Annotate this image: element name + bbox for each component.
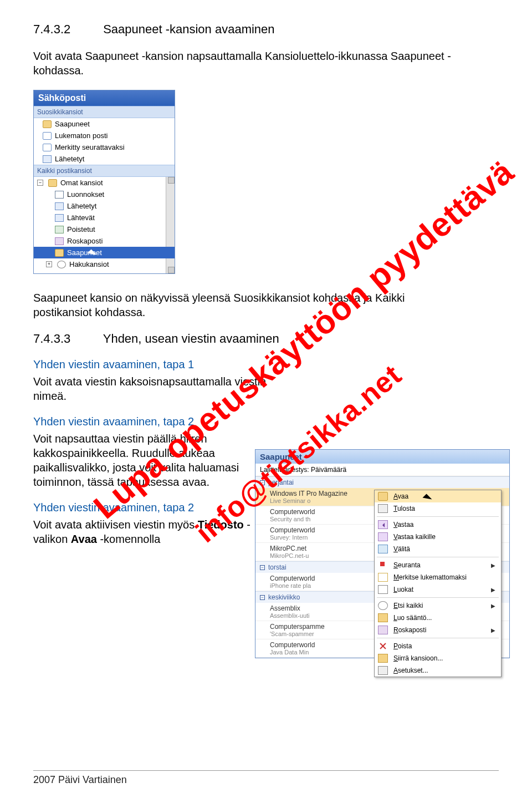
collapse-icon[interactable]: − [260,480,265,485]
outlook-folder-panel: Sähköposti Suosikkikansiot Saapuneet Luk… [33,90,175,274]
mi-junk-icon [378,626,388,634]
menu-item-label: Poista [393,642,412,650]
menu-item[interactable]: Asetukset... [375,664,501,677]
menu-item[interactable]: Vastaa kaikille [375,531,501,543]
date-group-label: perjantai [268,479,294,486]
sort-bar[interactable]: Lajittelujärjestys: Päivämäärä [255,464,509,476]
fav-item[interactable]: Lähetetyt [34,153,175,165]
sent-icon [43,155,52,163]
menu-item-label: Roskaposti [393,626,426,634]
collapse-icon[interactable]: − [260,565,265,570]
submenu-arrow-icon: ▶ [491,627,495,633]
menu-item[interactable]: Seuranta▶ [375,559,501,571]
tree-item-selected[interactable]: Saapuneet [34,247,175,258]
menu-item[interactable]: Tulosta [375,502,501,515]
outbox-icon [55,214,64,222]
menu-item-label: Luo sääntö... [393,614,432,622]
favorite-folders-header: Suosikkikansiot [34,106,175,118]
collapse-icon[interactable]: − [37,180,43,186]
mi-reply-icon [378,520,388,529]
mi-rule-icon [378,613,388,622]
menu-item[interactable]: Siirrä kansioon... [375,652,501,664]
submenu-arrow-icon: ▶ [491,587,495,593]
menu-item[interactable]: Vastaa [375,519,501,531]
expand-icon[interactable]: + [46,261,52,267]
submenu-arrow-icon: ▶ [491,603,495,609]
mi-del-icon [378,642,388,651]
mi-opts-icon [378,666,388,675]
page-footer: 2007 Päivi Vartiainen [33,770,499,786]
intro-paragraph: Voit avata Saapuneet -kansion napsauttam… [33,49,499,78]
submenu-arrow-icon: ▶ [491,562,495,568]
search-folder-icon [43,144,52,151]
mi-flag-icon [378,561,388,570]
context-menu: AvaaTulostaVastaaVastaa kaikilleVälitäSe… [374,490,502,677]
subheading: Yhden viestin avaaminen, tapa 2 [33,415,277,428]
mi-unread-icon [378,573,388,582]
section-heading-742: 7.4.3.2 Saapuneet -kansion avaaminen [33,22,499,37]
date-group-label: keskiviikko [268,593,300,601]
date-group-header[interactable]: −perjantai [255,476,509,488]
menu-item[interactable]: Poista [375,640,501,652]
menu-separator [377,638,499,638]
inbox-title: Saapuneet [255,450,509,464]
mi-open-icon [378,492,388,501]
menu-separator [377,597,499,598]
menu-item-label: Vastaa kaikille [393,533,436,541]
paragraph: Voit avata viestin kaksoisnapsauttamalla… [33,374,277,403]
fav-item[interactable]: Lukematon posti [34,130,175,141]
menu-item[interactable]: Etsi kaikki▶ [375,599,501,612]
menu-item[interactable]: Roskaposti▶ [375,624,501,636]
subheading: Yhden viestin avaaminen, tapa 2 [33,501,277,514]
tree-item[interactable]: Lähetetyt [34,200,175,212]
menu-item-label: Merkitse lukemattomaksi [393,573,467,581]
menu-item[interactable]: Merkitse lukemattomaksi [375,571,501,583]
mi-cat-icon [378,585,388,594]
menu-item[interactable]: Luo sääntö... [375,612,501,624]
menu-item-label: Etsi kaikki [393,602,423,609]
menu-item[interactable]: Avaa [375,490,501,502]
inbox-icon [55,249,64,257]
menu-item-label: Välitä [393,545,410,553]
section-number: 7.4.3.3 [33,332,100,346]
tree-item[interactable]: Lähtevät [34,212,175,223]
search-folders-icon [57,261,66,268]
folder-tree: −Omat kansiot Luonnokset Lähetetyt Lähte… [34,177,175,273]
collapse-icon[interactable]: − [260,595,265,600]
panel-title: Sähköposti [34,90,175,106]
favorite-folders-list: Saapuneet Lukematon posti Merkitty seura… [34,118,175,165]
tree-item[interactable]: +Hakukansiot [34,258,175,270]
menu-item-label: Luokat [393,586,413,593]
mi-move-icon [378,654,388,663]
mi-find-icon [378,601,388,610]
subheading: Yhden viestin avaaminen, tapa 1 [33,358,277,371]
mi-fwd-icon [378,545,388,553]
all-folders-header: Kaikki postikansiot [34,165,175,177]
sent-icon [55,202,64,210]
fav-item[interactable]: Saapuneet [34,118,175,130]
tree-item[interactable]: Roskaposti [34,235,175,247]
after-panel-paragraph: Saapuneet kansio on näkyvissä yleensä Su… [33,291,466,319]
date-group-label: torstai [268,563,287,571]
mi-print-icon [378,504,388,513]
trash-icon [55,226,64,233]
folder-icon [48,179,57,187]
sort-label: Lajittelujärjestys: Päivämäärä [260,466,346,474]
menu-item-label: Seuranta [393,561,421,569]
tree-item[interactable]: Poistetut [34,223,175,235]
section-title: Saapuneet -kansion avaaminen [103,22,274,36]
section-heading-743: 7.4.3.3 Yhden, usean viestin avaaminen [33,332,499,346]
menu-item[interactable]: Luokat▶ [375,583,501,596]
tree-item[interactable]: Luonnokset [34,189,175,200]
junk-icon [55,237,64,245]
outlook-inbox-screenshot: Saapuneet Lajittelujärjestys: Päivämäärä… [255,449,510,658]
tree-root[interactable]: −Omat kansiot [34,177,175,189]
paragraph: Voit napsauttaa viestin päällä hiiren ka… [33,431,277,489]
menu-item-label: Vastaa [393,521,413,528]
menu-separator [377,516,499,517]
search-folder-icon [43,132,52,140]
section-number: 7.4.3.2 [33,22,100,37]
menu-item[interactable]: Välitä [375,543,501,555]
paragraph: Voit avata aktiivisen viestin myös Tiedo… [33,517,277,546]
fav-item[interactable]: Merkitty seurattavaksi [34,141,175,153]
